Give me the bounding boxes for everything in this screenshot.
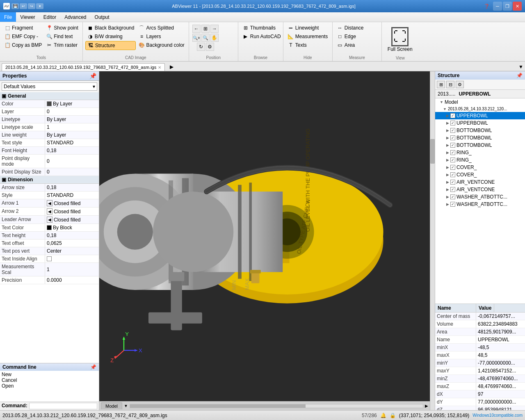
tree-item-cover-1[interactable]: ▶ ✓ COVER_ [435,164,525,171]
tree-checkbox-5[interactable]: ✓ [450,143,455,148]
pan-right-btn[interactable]: → [210,25,219,33]
section-collapse-icon: ▣ [2,93,6,99]
quick-access-redo[interactable]: ↪ [28,3,35,9]
find-text-button[interactable]: 🔍Find text [44,32,80,41]
text-inside-align-checkbox[interactable] [47,256,52,261]
menu-editor[interactable]: Editor [39,12,60,22]
edge-button[interactable]: □Edge [335,32,368,41]
menu-file[interactable]: File [0,12,16,22]
panel-toggle[interactable]: ▼ [517,63,525,71]
tree-checkbox-10[interactable]: ✓ [450,180,455,185]
h-scroll-thumb[interactable] [130,404,306,408]
lineweight-button[interactable]: ═Lineweight [286,24,329,32]
pan-left-btn[interactable]: ← [192,25,201,33]
structure-button[interactable]: 🏗Structure [85,41,136,50]
tree-item-washer-1[interactable]: ▶ ✓ WASHER_ATBOTTC... [435,193,525,201]
prop-textoffset: Text offset 0,0625 [0,240,99,247]
menu-output[interactable]: Output [91,12,114,22]
tree-item-upperbowl-2[interactable]: ▶ ✓ UPPERBOWL [435,119,525,127]
tree-checkbox-12[interactable]: ✓ [450,194,455,199]
bg-color-button[interactable]: 🎨Background color [137,41,186,49]
model-tab[interactable]: Model [101,402,122,409]
copy-bmp-button[interactable]: 📋Copy as BMP [2,41,43,49]
tree-item-washer-2[interactable]: ▶ ✓ WASHER_ATBOTTC... [435,201,525,208]
thumbnails-button[interactable]: ⊞Thumbnails [241,24,283,32]
dimension-section-header[interactable]: ▣ Dimension [0,176,99,184]
distance-button[interactable]: ↔Distance [335,24,368,32]
measurements-button[interactable]: 📐Measurements [286,32,329,41]
menu-viewer[interactable]: Viewer [16,12,39,22]
tab-scroll-right[interactable]: ▶ [167,63,176,71]
zoom-fit-btn[interactable]: ⊞ [201,25,210,33]
arcs-button[interactable]: ⌒Arcs Splitted [137,24,186,32]
properties-dropdown[interactable]: Default Values ▾ [2,82,97,91]
area-button[interactable]: ▭Area [335,41,368,49]
document-tab[interactable]: 2013.05.28_14.10.33.212_120.60.159.192_7… [2,63,165,71]
fullscreen-button[interactable]: ⛶ Full Screen [384,24,416,55]
settings-btn[interactable]: ⚙ [206,43,214,51]
tree-item-ring-2[interactable]: ▶ ✓ RING_ [435,156,525,164]
trim-raster-button[interactable]: ✂Trim raster [44,41,80,49]
tree-checkbox-7[interactable]: ✓ [450,158,455,162]
tree-item-bottombowl-3[interactable]: ▶ ✓ BOTTOMBOWL [435,142,525,149]
help-icon[interactable]: ❓ [484,4,490,9]
command-input[interactable] [29,403,97,409]
quick-access-dropdown[interactable]: ▾ [36,3,43,9]
tab-close-icon[interactable]: ✕ [158,65,161,70]
page-down-icon[interactable]: ▼ [124,404,128,408]
tree-checkbox-9[interactable]: ✓ [450,172,455,177]
struct-expand-all-btn[interactable]: ⊞ [437,81,445,88]
menu-advanced[interactable]: Advanced [60,12,90,22]
structure-pin-icon[interactable]: 📌 [516,73,523,78]
position-controls: ← ⊞ → 🔍+ 🔍 ✋ ↻ ⚙ [192,24,219,52]
tree-checkbox-13[interactable]: ✓ [450,202,455,207]
commandline-panel: Command line 📌 New Cancel Open Command: [0,363,99,410]
zoom-in-btn[interactable]: 🔍+ [192,34,201,42]
minimize-button[interactable]: ─ [493,2,502,11]
tree-item-cover-2[interactable]: ▶ ✓ COVER_ [435,171,525,178]
tree-checkbox-3[interactable]: ✓ [450,128,455,133]
tree-checkbox-8[interactable]: ✓ [450,165,455,170]
tree-item-bottombowl-2[interactable]: ▶ ✓ BOTTOMBOWL [435,134,525,142]
tree-item-bottombowl-1[interactable]: ▶ ✓ BOTTOMBOWL [435,127,525,134]
tree-root-model[interactable]: ▼ Model [435,98,525,106]
pb-row-minx: minX -48,5 [435,344,525,352]
texts-button[interactable]: TTexts [286,41,329,49]
hand-tool-btn[interactable]: ✋ [210,34,219,42]
cmdline-pin-icon[interactable]: 📌 [90,364,96,370]
close-button[interactable]: ✕ [513,2,522,11]
rotate-btn[interactable]: ↻ [197,43,205,51]
layers-button[interactable]: ≡Layers [137,32,186,41]
copy-emf-button[interactable]: 📋EMF Copy - [2,32,43,41]
run-autocad-button[interactable]: ▶Run AutoCAD [241,32,283,41]
show-point-button[interactable]: 📍Show point [44,24,80,32]
general-section-header[interactable]: ▣ General [0,92,99,100]
cmd-cancel: Cancel [2,377,97,383]
tree-item-airventcone-1[interactable]: ▶ ✓ AIR_VENTCONE [435,178,525,186]
bw-drawing-button[interactable]: ◑B/W drawing [85,32,136,41]
tree-checkbox-6[interactable]: ✓ [450,150,455,155]
black-bg-button[interactable]: ◼Black Background [85,24,136,32]
tree-checkbox-4[interactable]: ✓ [450,135,455,140]
tree-item-ring-1[interactable]: ▶ ✓ RING_ [435,149,525,156]
tree-checkbox-2[interactable]: ✓ [450,121,455,126]
tree-item-upperbowl-1[interactable]: ▶ ✓ UPPERBOWL [435,112,525,119]
h-scrollbar[interactable] [130,404,423,408]
struct-collapse-all-btn[interactable]: ⊟ [446,81,454,88]
tree-item-airventcone-2[interactable]: ▶ ✓ AIR_VENTCONE [435,186,525,193]
struct-settings-btn[interactable]: ⚙ [456,81,464,88]
tree-checkbox-1[interactable]: ✓ [450,113,455,118]
properties-pin-icon[interactable]: 📌 [89,73,96,79]
viewport[interactable]: OIL LEVEL WITH THE PUMP OPERATING OIL TY… [99,71,435,410]
tab-label: 2013.05.28_14.10.33.212_120.60.159.192_7… [5,65,156,70]
viewport-scrollbar-v[interactable] [430,71,435,410]
tree-model-file[interactable]: ▼ 2013.05.28_14.10.33.212_120... [435,106,525,112]
tree-checkbox-11[interactable]: ✓ [450,187,455,192]
quick-access-undo[interactable]: ↩ [20,3,27,9]
fragment-button[interactable]: ⬚Fragment [2,24,43,32]
zoom-out-btn[interactable]: 🔍 [201,34,210,42]
viewport-scroll-thumb[interactable] [430,139,435,164]
restore-button[interactable]: ❐ [503,2,512,11]
quick-access-save[interactable]: 💾 [11,3,19,9]
page-up-icon[interactable]: ▶ [425,404,428,408]
